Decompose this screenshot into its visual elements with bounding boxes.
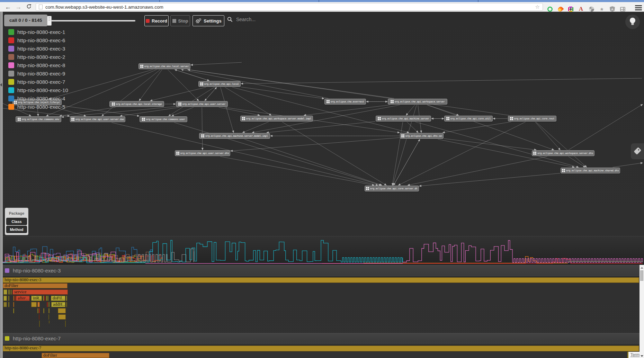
graph-node-machshared[interactable]: org.eclipse.che.api.machine.shared.dto [561, 168, 620, 173]
flame-section-header[interactable]: http-nio-8080-exec-3 [0, 265, 639, 276]
settings-button[interactable]: Settings [193, 15, 224, 26]
flame-bar[interactable] [3, 302, 7, 307]
bookmark-star-icon[interactable]: ☆ [535, 3, 540, 10]
flame-bar[interactable] [37, 302, 40, 307]
flame-bar[interactable] [43, 308, 44, 313]
flame-bar[interactable] [3, 296, 7, 301]
flame-bar[interactable]: doFil… [51, 296, 65, 301]
flame-bar[interactable] [39, 308, 40, 313]
extension-icon-3[interactable] [567, 5, 574, 13]
flame-bar[interactable]: addH… [51, 302, 65, 307]
graph-node-wsdto[interactable]: org.eclipse.che.api.workspace.server.dto [532, 150, 594, 156]
graph-node-dtoserver[interactable]: org.eclipse.che.api.dto.server [400, 133, 444, 139]
thread-legend-item[interactable]: http-nio-8080-exec-8 [8, 61, 65, 69]
flame-bar[interactable] [49, 321, 50, 323]
back-button[interactable]: ← [3, 2, 12, 11]
flame-bar[interactable]: inR.. [31, 296, 42, 301]
extension-icon-1[interactable] [546, 5, 554, 13]
scroll-down-icon[interactable] [641, 355, 643, 357]
flame-bar[interactable] [58, 308, 66, 313]
url-bar[interactable]: com.flow.webapp.s3-website-eu-west-1.ama… [36, 3, 543, 11]
forward-button[interactable]: → [14, 2, 23, 11]
flame-bar[interactable] [8, 302, 9, 307]
flame-bar[interactable]: after… [16, 296, 30, 301]
flame-bar[interactable] [8, 296, 9, 301]
extension-icon-5[interactable] [588, 5, 595, 13]
flame-bar[interactable] [15, 296, 16, 301]
thread-legend-item[interactable]: http-nio-8080-exec-1 [8, 28, 65, 36]
flame-bar[interactable] [10, 289, 12, 295]
flame-bar[interactable] [3, 289, 7, 295]
graph-node-user[interactable]: org.eclipse.che.api.user.server [176, 101, 228, 107]
graph-node-userdto[interactable]: org.eclipse.che.api.user.server.dto [175, 150, 230, 156]
flame-bar[interactable] [58, 314, 66, 320]
thread-legend-item[interactable]: http-nio-8080-exec-7 [8, 78, 65, 86]
flame-bar[interactable] [39, 321, 40, 327]
scroll-up-icon[interactable] [641, 267, 643, 269]
thread-legend-item[interactable]: http-nio-8080-exec-2 [8, 53, 65, 61]
extension-icon-2[interactable] [556, 5, 564, 13]
graph-node-env[interactable]: org.eclipse.che.env.local.server [138, 63, 190, 69]
graph-node-userdao[interactable]: org.eclipse.che.api.user.server.dao [70, 116, 125, 122]
activity-timeline[interactable] [3, 236, 644, 265]
flame-section-header[interactable]: http-nio-8080-exec-7 [0, 333, 639, 343]
graph-node-coredto[interactable]: org.eclipse.che.api.core.server.dto [365, 186, 419, 191]
browser-menu-button[interactable] [635, 5, 642, 11]
thread-legend-item[interactable]: http-nio-8080-exec-6 [8, 36, 65, 44]
flame-bar[interactable] [48, 308, 50, 313]
graph-node-wsmodel[interactable]: org.eclipse.che.api.workspace.server.mod… [240, 116, 313, 122]
vertical-scrollbar[interactable] [639, 265, 644, 358]
search-input[interactable]: Search... [227, 17, 256, 22]
flame-bar[interactable] [13, 302, 14, 307]
graph-node-storage[interactable]: org.eclipse.che.api.local.storage [109, 101, 164, 107]
flame-bar[interactable] [8, 289, 10, 295]
flame-bar[interactable]: http-nio-8080-exec-3 [3, 277, 639, 283]
flame-bar[interactable] [39, 314, 39, 320]
flame-bar[interactable] [65, 321, 66, 327]
flame-bar[interactable]: doFilter [3, 283, 68, 288]
view-toggle-package[interactable]: Package [6, 210, 27, 217]
thread-legend-item[interactable]: http-nio-8080-exec-3 [8, 44, 65, 53]
graph-node-corerest[interactable]: org.eclipse.che.api.core.rest [508, 116, 556, 122]
flame-bar[interactable] [31, 302, 37, 307]
extension-icon-4[interactable]: A [577, 5, 585, 13]
graph-node-machmodel[interactable]: org.eclipse.che.api.machine.server.model… [199, 133, 270, 139]
reload-button[interactable] [24, 2, 33, 11]
left-panel-handle[interactable] [0, 12, 3, 358]
flame-bar[interactable] [48, 302, 50, 307]
flame-bar[interactable] [66, 302, 67, 307]
graph-node-commonsuser[interactable]: org.eclipse.che.commons.user [140, 116, 187, 122]
flame-bar[interactable] [13, 296, 14, 301]
extension-icon-7[interactable]: A [608, 5, 616, 13]
thread-legend-item[interactable]: http-nio-8080-exec-9 [8, 69, 65, 78]
flame-bar[interactable] [44, 296, 45, 301]
hint-button[interactable] [625, 15, 640, 29]
graph-node-local[interactable]: org.eclipse.che.api.local [198, 81, 241, 87]
flame-bar[interactable]: doFilter [42, 353, 109, 358]
thread-legend-item[interactable]: http-nio-8080-exec-4 [8, 94, 65, 102]
extension-icon-6[interactable]: * [598, 5, 606, 13]
record-button[interactable]: Record [144, 15, 169, 26]
flame-bar[interactable]: http-nio-8080-exec-7 [3, 346, 639, 351]
graph-node-commonsenv[interactable]: org.eclipse.che.commons.env [16, 116, 61, 122]
flame-bar[interactable] [37, 308, 38, 313]
graph-node-workspace[interactable]: org.eclipse.che.api.workspace.server [388, 99, 447, 105]
flame-bar[interactable] [43, 296, 44, 301]
stop-button[interactable]: Stop [170, 15, 190, 26]
extension-icon-8[interactable] [619, 5, 626, 13]
tags-panel-button[interactable] [631, 143, 644, 159]
flame-bar[interactable] [13, 308, 14, 313]
view-toggle-method[interactable]: Method [6, 226, 27, 233]
graph-node-machine[interactable]: org.eclipse.che.api.machine.server [376, 116, 431, 122]
graph-node-coreutil[interactable]: org.eclipse.che.api.core.util [444, 116, 493, 122]
flame-bar[interactable]: service [12, 289, 68, 295]
thread-legend-item[interactable]: http-nio-8080-exec-5 [8, 102, 65, 111]
timeline-slider-handle[interactable] [47, 16, 52, 26]
graph-node-everrest[interactable]: org.eclipse.che.everrest [324, 99, 366, 105]
view-toggle-class[interactable]: Class [6, 218, 27, 225]
flame-bar[interactable] [47, 302, 48, 307]
thread-legend-item[interactable]: http-nio-8080-exec-10 [8, 86, 68, 94]
scrollbar-thumb[interactable] [640, 270, 643, 281]
flame-bar[interactable] [47, 296, 48, 301]
flame-bar[interactable] [46, 296, 47, 301]
